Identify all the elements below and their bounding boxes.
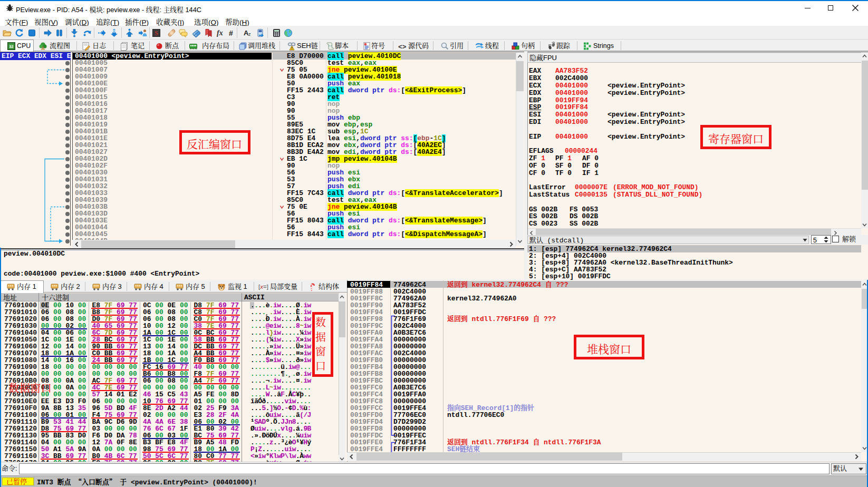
- svg-text:<>: <>: [398, 43, 407, 51]
- svg-text:#: #: [229, 29, 233, 37]
- svg-text:S: S: [155, 30, 158, 37]
- svg-text:!: !: [291, 46, 292, 50]
- svg-text:32: 32: [9, 45, 14, 48]
- svg-text:z: z: [248, 32, 251, 37]
- svg-text:fx: fx: [217, 29, 223, 37]
- svg-text:<>: <>: [328, 44, 332, 47]
